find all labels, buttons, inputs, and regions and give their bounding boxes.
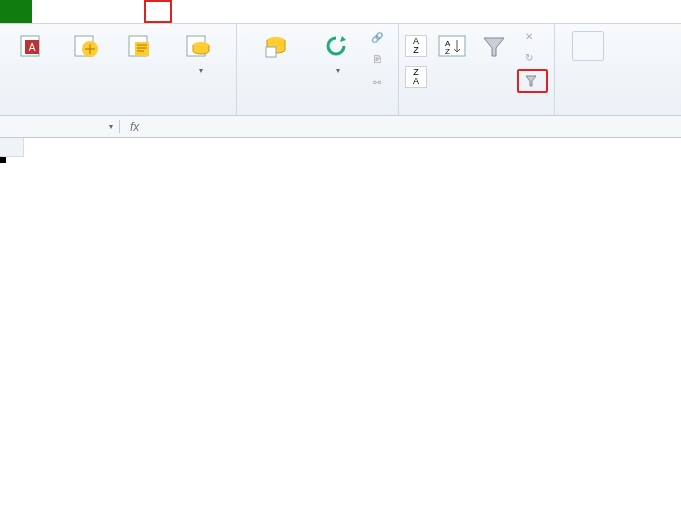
chevron-down-icon: ▾ bbox=[109, 122, 113, 131]
connections-button[interactable]: 🔗 bbox=[365, 27, 392, 47]
formula-input[interactable] bbox=[149, 125, 681, 129]
connections-icon bbox=[260, 30, 292, 62]
formula-bar: ▾ fx bbox=[0, 116, 681, 138]
ribbon-tabs bbox=[0, 0, 681, 24]
properties-icon: 🖹 bbox=[369, 52, 385, 68]
text-to-columns-button[interactable] bbox=[563, 26, 613, 64]
refresh-all-button[interactable]: ▾ bbox=[311, 26, 361, 76]
group-get-external-data: A ▾ bbox=[0, 24, 237, 115]
web-icon bbox=[71, 30, 103, 62]
from-text-button[interactable] bbox=[116, 26, 166, 64]
sort-button[interactable]: AZ bbox=[433, 26, 471, 64]
sort-asc-button[interactable]: AZ bbox=[405, 35, 427, 57]
group-sort-filter: AZ ZA AZ ✕ ↻ bbox=[399, 24, 555, 115]
tab-review[interactable] bbox=[172, 0, 200, 23]
reapply-button[interactable]: ↻ bbox=[517, 48, 548, 68]
chevron-down-icon: ▾ bbox=[199, 66, 203, 75]
group-data-tools bbox=[555, 24, 621, 115]
text-to-columns-icon bbox=[572, 30, 604, 62]
group-label-connections bbox=[243, 111, 392, 115]
tab-view[interactable] bbox=[200, 0, 228, 23]
chevron-down-icon: ▾ bbox=[336, 66, 340, 75]
svg-rect-10 bbox=[266, 47, 276, 57]
ribbon: A ▾ ▾ bbox=[0, 24, 681, 116]
tab-enterprise[interactable] bbox=[256, 0, 284, 23]
fx-icon[interactable]: fx bbox=[120, 120, 149, 134]
existing-connections-button[interactable] bbox=[245, 26, 307, 64]
group-label-get-external-data bbox=[6, 111, 230, 115]
group-label-sort-filter bbox=[405, 111, 548, 115]
from-access-button[interactable]: A bbox=[8, 26, 58, 64]
select-all-corner[interactable] bbox=[0, 138, 24, 157]
tab-formulas[interactable] bbox=[116, 0, 144, 23]
svg-rect-11 bbox=[439, 36, 465, 56]
text-icon bbox=[125, 30, 157, 62]
fill-handle[interactable] bbox=[0, 157, 6, 163]
link-icon: 🔗 bbox=[369, 29, 385, 45]
refresh-icon bbox=[320, 30, 352, 62]
name-box[interactable]: ▾ bbox=[24, 120, 120, 133]
from-web-button[interactable] bbox=[62, 26, 112, 64]
clear-icon: ✕ bbox=[521, 29, 537, 45]
clear-button[interactable]: ✕ bbox=[517, 27, 548, 47]
tab-page-layout[interactable] bbox=[88, 0, 116, 23]
tab-insert[interactable] bbox=[60, 0, 88, 23]
reapply-icon: ↻ bbox=[521, 50, 537, 66]
tab-home[interactable] bbox=[32, 0, 60, 23]
group-connections: ▾ 🔗 🖹 ⚯ bbox=[237, 24, 399, 115]
sort-icon: AZ bbox=[436, 30, 468, 62]
advanced-button[interactable] bbox=[517, 69, 548, 93]
from-other-sources-button[interactable]: ▾ bbox=[170, 26, 228, 76]
access-icon: A bbox=[17, 30, 49, 62]
svg-rect-6 bbox=[135, 42, 149, 56]
worksheet bbox=[0, 138, 681, 157]
edit-links-icon: ⚯ bbox=[369, 75, 385, 91]
properties-button[interactable]: 🖹 bbox=[365, 50, 392, 70]
tab-data[interactable] bbox=[144, 0, 172, 23]
funnel-icon bbox=[478, 30, 510, 62]
sort-desc-button[interactable]: ZA bbox=[405, 66, 427, 88]
sources-icon bbox=[183, 30, 215, 62]
tab-file[interactable] bbox=[0, 0, 32, 23]
filter-button[interactable] bbox=[475, 26, 513, 64]
svg-text:A: A bbox=[29, 42, 36, 53]
edit-links-button[interactable]: ⚯ bbox=[365, 73, 392, 93]
tab-kutools[interactable] bbox=[228, 0, 256, 23]
advanced-icon bbox=[523, 73, 539, 89]
svg-text:Z: Z bbox=[445, 47, 450, 56]
